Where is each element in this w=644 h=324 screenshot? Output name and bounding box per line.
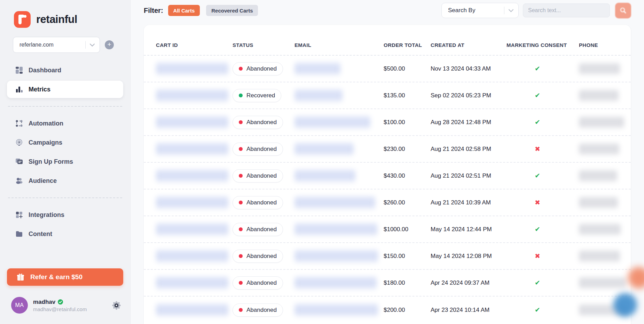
order-total-value: $150.00 — [384, 253, 431, 260]
phone-redacted — [579, 90, 619, 102]
marketing-consent-icon: ✔ — [506, 279, 579, 287]
sidebar-item-audience[interactable]: Audience — [7, 172, 123, 189]
order-total-value: $1000.00 — [384, 226, 431, 233]
phone-redacted — [579, 116, 624, 128]
main-content: Filter: All Carts Recovered Carts Search… — [131, 0, 644, 324]
store-selector[interactable]: referlane.com — [13, 37, 100, 53]
email-redacted — [294, 116, 370, 129]
cart-id-redacted-link[interactable] — [156, 303, 228, 317]
user-name: madhav — [33, 299, 55, 306]
add-store-button[interactable]: + — [105, 40, 114, 49]
phone-redacted — [579, 197, 618, 209]
cart-id-redacted-link[interactable] — [156, 116, 228, 129]
user-profile[interactable]: MA madhav madhav@retainful.com — [7, 297, 123, 314]
status-label: Recovered — [246, 92, 275, 99]
phone-redacted — [579, 224, 621, 235]
created-at-value: Aug 21 2024 10:39 AM — [431, 199, 506, 206]
cart-id-redacted-link[interactable] — [156, 143, 228, 156]
sidebar-item-automation[interactable]: Automation — [7, 115, 123, 132]
sidebar-item-content[interactable]: Content — [7, 225, 123, 243]
table-row: Abandoned $230.00 Aug 21 2024 02:58 PM ✖ — [144, 136, 631, 163]
sidebar-item-label: Sign Up Forms — [29, 158, 73, 165]
brand-logo[interactable]: retainful — [14, 11, 123, 28]
order-total-value: $500.00 — [384, 65, 431, 72]
status-dot-icon — [239, 227, 243, 231]
status-dot-icon — [239, 174, 243, 178]
sidebar-item-campaigns[interactable]: Campaigns — [7, 134, 123, 151]
status-badge: Abandoned — [233, 196, 283, 209]
status-badge: Abandoned — [233, 62, 283, 75]
marketing-consent-icon: ✔ — [506, 172, 579, 180]
refer-earn-button[interactable]: Refer & earn $50 — [7, 268, 123, 286]
status-badge: Abandoned — [233, 276, 283, 290]
integrations-icon — [15, 211, 23, 219]
email-redacted — [294, 62, 340, 75]
marketing-consent-icon: ✖ — [506, 199, 579, 206]
content-folder-icon — [15, 230, 23, 238]
sidebar-item-signup-forms[interactable]: Sign Up Forms — [7, 153, 123, 170]
status-badge: Abandoned — [233, 169, 283, 183]
status-dot-icon — [239, 67, 243, 71]
table-row: Abandoned $500.00 Nov 13 2024 04:33 AM ✔ — [144, 56, 631, 82]
table-header-row: CART ID STATUS EMAIL ORDER TOTAL CREATED… — [144, 25, 631, 56]
sidebar: retainful referlane.com + Dashboard Metr… — [0, 0, 131, 324]
sidebar-item-dashboard[interactable]: Dashboard — [7, 62, 123, 79]
status-label: Abandoned — [246, 172, 277, 179]
status-badge: Abandoned — [233, 303, 283, 317]
created-at-value: Aug 21 2024 02:58 PM — [431, 146, 506, 153]
column-header-cart-id: CART ID — [156, 42, 233, 48]
marketing-consent-icon: ✔ — [506, 306, 579, 314]
cart-id-redacted-link[interactable] — [156, 169, 228, 183]
sidebar-item-label: Integrations — [29, 211, 64, 219]
status-label: Abandoned — [246, 65, 277, 72]
column-header-status: STATUS — [233, 42, 294, 48]
filter-label: Filter: — [144, 7, 163, 15]
created-at-value: Apr 23 2024 10:14 AM — [431, 307, 506, 314]
chat-widget-button[interactable] — [613, 293, 637, 317]
cart-id-redacted-link[interactable] — [156, 223, 228, 236]
cart-id-redacted-link[interactable] — [156, 89, 228, 102]
sidebar-nav: Dashboard Metrics Automation Campaigns — [7, 62, 123, 243]
sidebar-item-metrics[interactable]: Metrics — [7, 81, 123, 98]
order-total-value: $230.00 — [384, 146, 431, 153]
created-at-value: May 14 2024 12:08 PM — [431, 253, 506, 260]
sidebar-item-label: Campaigns — [29, 139, 62, 146]
filter-recovered-carts-button[interactable]: Recovered Carts — [206, 5, 258, 16]
status-dot-icon — [239, 254, 243, 258]
phone-redacted — [579, 250, 620, 262]
search-button[interactable] — [615, 3, 631, 18]
verified-badge-icon — [57, 299, 63, 305]
status-dot-icon — [239, 201, 243, 204]
status-badge: Abandoned — [233, 223, 283, 236]
email-redacted — [294, 303, 378, 317]
settings-gear-icon[interactable] — [112, 301, 121, 310]
status-label: Abandoned — [246, 280, 277, 286]
chevron-down-icon — [509, 9, 513, 12]
retainful-logo-icon — [14, 11, 31, 28]
marketing-consent-icon: ✔ — [506, 118, 579, 126]
column-header-phone: PHONE — [579, 42, 622, 48]
brand-name: retainful — [36, 13, 77, 26]
status-dot-icon — [239, 147, 243, 151]
cart-id-redacted-link[interactable] — [156, 250, 228, 263]
sidebar-item-label: Automation — [29, 120, 63, 127]
search-by-dropdown[interactable]: Search By — [441, 3, 519, 18]
marketing-consent-icon: ✔ — [506, 65, 579, 73]
store-selector-value: referlane.com — [19, 42, 85, 48]
search-input[interactable] — [523, 3, 610, 17]
order-total-value: $200.00 — [384, 307, 431, 314]
cart-id-redacted-link[interactable] — [156, 196, 228, 209]
phone-redacted — [579, 170, 617, 182]
table-row: Abandoned $200.00 Apr 23 2024 10:14 AM ✔ — [144, 297, 631, 323]
sidebar-item-integrations[interactable]: Integrations — [7, 206, 123, 224]
signup-forms-icon — [15, 157, 23, 166]
filter-all-carts-button[interactable]: All Carts — [168, 5, 200, 16]
audience-icon — [15, 177, 23, 185]
status-dot-icon — [239, 281, 243, 285]
email-redacted — [294, 250, 378, 263]
cart-id-redacted-link[interactable] — [156, 62, 228, 75]
avatar: MA — [11, 297, 28, 314]
table-row: Abandoned $1000.00 May 14 2024 12:44 PM … — [144, 216, 631, 243]
status-dot-icon — [239, 120, 243, 124]
cart-id-redacted-link[interactable] — [156, 276, 228, 290]
